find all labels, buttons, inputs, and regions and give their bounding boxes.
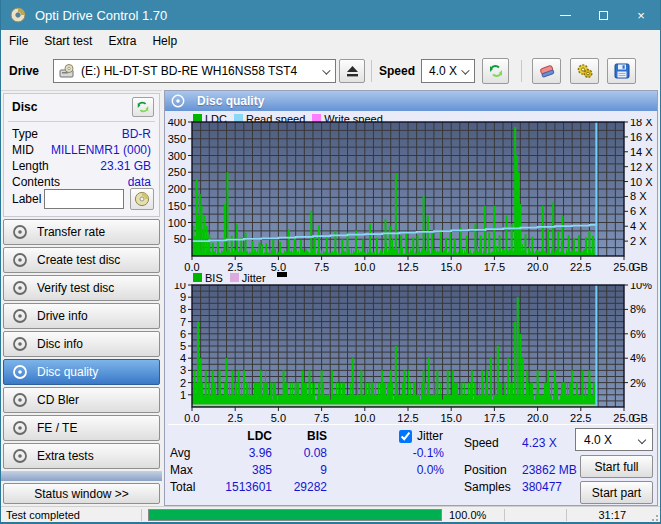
tick-label: 2 X — [630, 235, 647, 247]
sidebar-item-extra-tests[interactable]: Extra tests — [3, 443, 160, 469]
legend-bis: BIS — [205, 272, 223, 284]
status-text: Test completed — [6, 509, 80, 521]
data-bar — [341, 239, 343, 256]
data-bar — [194, 236, 196, 256]
write-label-button[interactable] — [130, 188, 154, 210]
menu-file[interactable]: File — [1, 31, 36, 51]
speed-info-value: 4.23 X — [522, 436, 557, 450]
resize-grip[interactable] — [648, 511, 658, 521]
status-window-button[interactable]: Status window >> — [3, 483, 160, 504]
menu-extra[interactable]: Extra — [100, 31, 144, 51]
test-speed-select[interactable]: 4.0 X — [575, 428, 653, 451]
data-bar — [447, 370, 449, 407]
tick-label: 400 — [168, 119, 186, 128]
data-bar — [314, 236, 316, 256]
data-bar — [449, 233, 451, 256]
sidebar-item-label: Disc quality — [37, 365, 98, 379]
tick-label: 22.5 — [570, 261, 591, 271]
disc-refresh-button[interactable] — [132, 97, 154, 117]
data-bar — [251, 241, 253, 256]
sidebar-item-label: Extra tests — [37, 449, 94, 463]
data-bar — [302, 370, 304, 407]
bis-swatch — [193, 273, 202, 282]
speed-value: 4.0 X — [429, 64, 457, 78]
tick-label: 3 — [180, 364, 186, 376]
progress-percent: 100.0% — [449, 509, 486, 521]
data-bar — [197, 322, 199, 407]
data-bar — [405, 233, 407, 256]
tick-label: 4 — [180, 352, 186, 364]
divider — [141, 509, 142, 521]
data-bar — [283, 370, 285, 407]
gears-icon — [576, 63, 594, 79]
sidebar-item-disc-info[interactable]: Disc info — [3, 331, 160, 357]
disc-panel-title: Disc — [12, 100, 37, 114]
data-bar — [272, 240, 274, 256]
sidebar-item-disc-quality[interactable]: Disc quality — [3, 359, 160, 385]
start-full-button[interactable]: Start full — [580, 455, 653, 478]
data-bar — [490, 358, 492, 407]
data-bar — [295, 383, 297, 407]
tick-label: 12.5 — [397, 412, 418, 424]
data-bar — [208, 234, 210, 256]
eject-button[interactable] — [339, 59, 365, 83]
position-info-value: 23862 MB — [522, 463, 577, 477]
disc-contents-label: Contents — [12, 175, 60, 189]
chevron-down-icon — [322, 66, 330, 74]
sidebar-item-transfer-rate[interactable]: Transfer rate — [3, 219, 160, 245]
sidebar-item-cd-bler[interactable]: CD Bler — [3, 387, 160, 413]
disc-mid-label: MID — [12, 143, 34, 157]
disc-label-input[interactable] — [44, 189, 124, 209]
tick-label: 7.5 — [314, 412, 329, 424]
data-bar — [331, 370, 333, 407]
close-button[interactable]: × — [622, 0, 660, 30]
jitter-checkbox[interactable] — [399, 430, 412, 443]
data-bar — [440, 231, 442, 256]
main-panel: Disc quality LDC Read speed Write speed … — [164, 90, 658, 506]
maximize-button[interactable] — [584, 0, 622, 30]
refresh-button[interactable] — [482, 58, 509, 84]
sidebar-item-fe-te[interactable]: FE / TE — [3, 415, 160, 441]
menu-help[interactable]: Help — [144, 31, 185, 51]
disc-icon — [12, 364, 28, 380]
data-bar — [568, 235, 570, 256]
data-bar — [573, 239, 575, 256]
save-button[interactable] — [607, 58, 636, 84]
erase-disc-button[interactable] — [532, 58, 561, 84]
data-bar — [196, 179, 198, 256]
tick-label: 5.0 — [271, 261, 286, 271]
disc-icon — [134, 191, 150, 207]
menu-start-test[interactable]: Start test — [36, 31, 100, 51]
tick-label: 15.0 — [440, 261, 461, 271]
tick-label: GB — [632, 412, 648, 424]
section-header: Disc quality — [165, 91, 657, 111]
data-bar — [514, 127, 516, 256]
data-bar — [531, 237, 533, 256]
window-title: Opti Drive Control 1.70 — [35, 8, 167, 23]
close-icon: × — [637, 8, 645, 23]
start-part-button[interactable]: Start part — [580, 481, 653, 504]
total-ldc-value: 1513601 — [212, 480, 272, 494]
tick-label: 10 X — [630, 176, 653, 188]
ldc-column-header: LDC — [212, 429, 272, 443]
data-bar — [381, 370, 383, 407]
minimize-button[interactable] — [546, 0, 584, 30]
sidebar-bottom-strip — [1, 471, 162, 481]
sidebar-item-create-test-disc[interactable]: Create test disc — [3, 247, 160, 273]
sidebar-item-label: Verify test disc — [37, 281, 114, 295]
data-bar — [493, 206, 495, 256]
drive-select[interactable]: (E:) HL-DT-ST BD-RE WH16NS58 TST4 — [53, 59, 336, 83]
jitter-checkbox-label: Jitter — [417, 429, 443, 443]
tick-label: 200 — [168, 183, 186, 195]
data-bar — [199, 194, 201, 256]
settings-button[interactable] — [570, 58, 599, 84]
samples-info-label: Samples — [464, 480, 511, 494]
tick-label: 7.5 — [314, 261, 329, 271]
sidebar-item-verify-test-disc[interactable]: Verify test disc — [3, 275, 160, 301]
speed-select[interactable]: 4.0 X — [421, 59, 475, 83]
tick-label: 150 — [168, 200, 186, 212]
data-bar — [371, 383, 373, 407]
sidebar-item-drive-info[interactable]: Drive info — [3, 303, 160, 329]
data-bar — [507, 358, 509, 407]
tick-label: 1 — [180, 389, 186, 401]
